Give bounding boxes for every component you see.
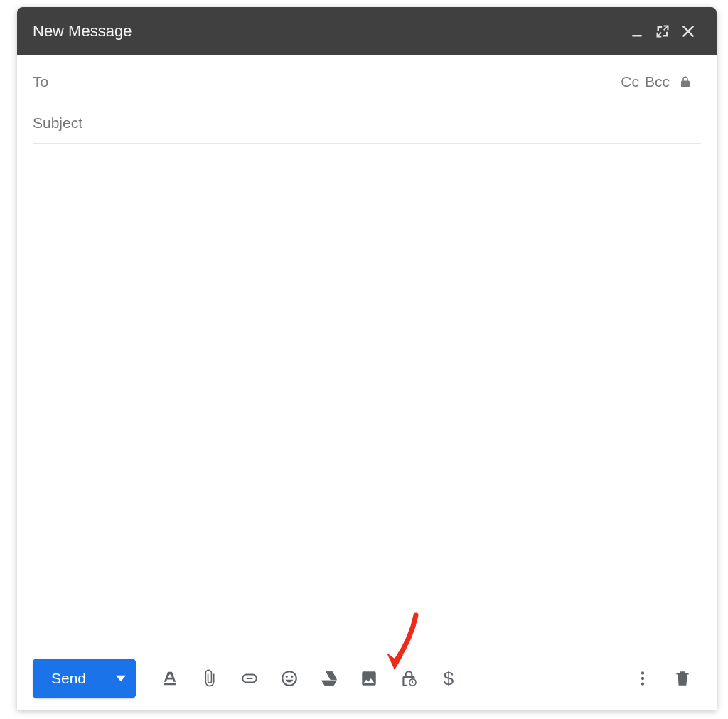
minimize-button[interactable] <box>624 18 650 44</box>
insert-emoji-button[interactable] <box>271 660 308 697</box>
send-options-dropdown[interactable] <box>105 659 136 698</box>
compose-window: New Message To Cc Bcc <box>17 7 717 710</box>
subject-input[interactable] <box>33 114 701 132</box>
paperclip-icon <box>200 669 219 688</box>
attach-button[interactable] <box>191 660 228 697</box>
minimize-icon <box>630 24 644 38</box>
image-icon <box>360 669 378 688</box>
insert-photo-button[interactable] <box>350 660 387 697</box>
message-body-area[interactable] <box>17 144 717 647</box>
formatting-button[interactable] <box>151 660 188 697</box>
bcc-button[interactable]: Bcc <box>645 73 670 90</box>
discard-draft-button[interactable] <box>664 660 701 697</box>
more-options-button[interactable] <box>624 660 661 697</box>
insert-drive-button[interactable] <box>311 660 348 697</box>
text-format-icon <box>160 669 180 688</box>
svg-point-7 <box>641 677 644 680</box>
window-title: New Message <box>33 22 624 41</box>
trash-icon <box>673 669 692 688</box>
lock-icon <box>679 75 692 88</box>
insert-link-button[interactable] <box>231 660 268 697</box>
message-body-input[interactable] <box>33 152 701 639</box>
svg-point-6 <box>641 671 644 674</box>
close-icon <box>681 24 695 38</box>
to-label: To <box>33 73 48 90</box>
subject-row[interactable] <box>33 102 701 144</box>
more-vert-icon <box>633 669 652 688</box>
expand-icon <box>655 24 670 38</box>
send-button[interactable]: Send <box>33 659 105 698</box>
svg-point-8 <box>641 682 644 685</box>
to-row[interactable]: To Cc Bcc <box>33 61 701 102</box>
dollar-icon: $ <box>444 668 454 690</box>
send-money-button[interactable]: $ <box>430 660 467 697</box>
caret-down-icon <box>116 673 126 683</box>
confidential-lock-button[interactable] <box>670 75 701 88</box>
titlebar: New Message <box>17 7 717 55</box>
header-fields: To Cc Bcc <box>17 55 717 144</box>
confidential-clock-icon <box>400 669 418 688</box>
compose-toolbar: Send <box>17 647 717 710</box>
close-button[interactable] <box>675 18 701 44</box>
confidential-mode-button[interactable] <box>390 660 427 697</box>
fullscreen-button[interactable] <box>650 18 675 44</box>
send-button-group: Send <box>33 659 136 698</box>
cc-button[interactable]: Cc <box>621 73 639 90</box>
drive-icon <box>320 669 338 688</box>
svg-rect-0 <box>632 35 641 37</box>
emoji-icon <box>280 669 299 688</box>
link-icon <box>240 669 259 688</box>
